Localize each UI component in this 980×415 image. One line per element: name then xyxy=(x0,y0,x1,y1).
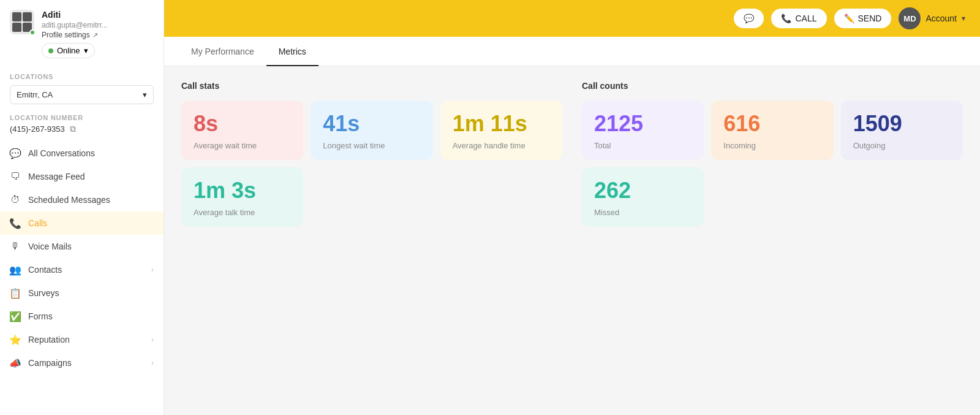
profile-info: Aditi aditi.gupta@emitrr... Profile sett… xyxy=(42,10,108,58)
nav-label-surveys: Surveys xyxy=(28,288,59,298)
forms-icon: ✅ xyxy=(10,311,21,322)
nav-label-forms: Forms xyxy=(28,311,53,321)
call-label: CALL xyxy=(795,13,816,23)
call-counts-bottom-row: 262 Missed xyxy=(582,167,963,227)
nav-label-campaigns: Campaigns xyxy=(28,358,72,368)
incoming-value: 616 xyxy=(723,113,760,135)
campaigns-icon: 📣 xyxy=(10,357,21,368)
chat-icon: 💬 xyxy=(744,13,754,23)
sidebar-item-reputation[interactable]: ⭐ Reputation › xyxy=(0,328,164,351)
main-panel: 💬 📞 CALL ✏️ SEND MD Account ▾ My Perform… xyxy=(164,0,980,415)
nav-label-voice-mails: Voice Mails xyxy=(28,242,72,251)
avg-wait-value: 8s xyxy=(194,113,218,135)
chevron-icon: › xyxy=(151,335,154,344)
chevron-down-icon: ▾ xyxy=(84,46,88,55)
missed-value: 262 xyxy=(594,180,631,202)
chevron-icon: › xyxy=(151,265,154,274)
call-stats-title: Call stats xyxy=(181,81,562,91)
contacts-icon: 👥 xyxy=(10,264,21,275)
profile-name: Aditi xyxy=(42,10,108,20)
sidebar-item-all-conversations[interactable]: 💬 All Conversations xyxy=(0,142,164,165)
incoming-count-card: 616 Incoming xyxy=(711,101,833,160)
send-icon: ✏️ xyxy=(844,13,854,23)
message-feed-icon: 🗨 xyxy=(10,171,21,182)
tab-metrics[interactable]: Metrics xyxy=(266,37,318,66)
total-count-card: 2125 Total xyxy=(582,101,704,160)
sidebar-item-scheduled-messages[interactable]: ⏱ Scheduled Messages xyxy=(0,188,164,211)
locations-label: LOCATIONS xyxy=(0,66,164,83)
sidebar-item-calls[interactable]: 📞 Calls xyxy=(0,211,164,235)
nav-label-all-conversations: All Conversations xyxy=(28,148,95,158)
call-stats-bottom-row: 1m 3s Average talk time xyxy=(181,167,562,227)
profile-email: aditi.gupta@emitrr... xyxy=(42,21,108,29)
chevron-icon: › xyxy=(151,359,154,367)
outgoing-value: 1509 xyxy=(853,113,902,135)
sidebar-item-campaigns[interactable]: 📣 Campaigns › xyxy=(0,351,164,375)
location-select-wrapper: Emitrr, CA ▾ xyxy=(0,83,164,112)
account-chevron-icon: ▾ xyxy=(962,14,965,23)
send-label: SEND xyxy=(858,13,882,23)
sidebar-item-contacts[interactable]: 👥 Contacts › xyxy=(0,258,164,281)
all-conversations-icon: 💬 xyxy=(10,148,21,159)
location-number-label: LOCATION NUMBER xyxy=(10,114,154,121)
call-stats-col: Call stats 8s Average wait time 41s Long… xyxy=(181,81,562,234)
profile-settings-link[interactable]: Profile settings ↗ xyxy=(42,31,108,39)
incoming-label: Incoming xyxy=(723,141,756,150)
call-counts-col: Call counts 2125 Total 616 Incoming 1509 xyxy=(582,81,963,234)
longest-wait-value: 41s xyxy=(323,113,360,135)
voice-mails-icon: 🎙 xyxy=(10,241,21,252)
nav-label-calls: Calls xyxy=(28,218,47,228)
avg-handle-label: Average handle time xyxy=(453,141,526,150)
missed-label: Missed xyxy=(594,208,619,217)
scheduled-messages-icon: ⏱ xyxy=(10,194,21,205)
content-area: My Performance Metrics Call stats 8s Ave… xyxy=(164,37,980,415)
header: 💬 📞 CALL ✏️ SEND MD Account ▾ xyxy=(164,0,980,37)
missed-count-card: 262 Missed xyxy=(582,167,704,227)
outgoing-count-card: 1509 Outgoing xyxy=(841,101,963,160)
avg-talk-card: 1m 3s Average talk time xyxy=(181,167,303,227)
call-counts-top-row: 2125 Total 616 Incoming 1509 Outgoing xyxy=(582,101,963,160)
avg-talk-label: Average talk time xyxy=(194,208,255,217)
call-counts-title: Call counts xyxy=(582,81,963,91)
external-link-icon: ↗ xyxy=(92,31,98,39)
avg-wait-label: Average wait time xyxy=(194,141,257,150)
nav-label-message-feed: Message Feed xyxy=(28,172,85,181)
stats-row: Call stats 8s Average wait time 41s Long… xyxy=(181,81,963,234)
sidebar-item-surveys[interactable]: 📋 Surveys xyxy=(0,281,164,305)
call-button[interactable]: 📞 CALL xyxy=(771,9,826,28)
online-status-badge[interactable]: Online ▾ xyxy=(42,43,95,58)
calls-icon: 📞 xyxy=(10,218,21,229)
profile-section: Aditi aditi.gupta@emitrr... Profile sett… xyxy=(0,0,164,66)
account-menu[interactable]: MD Account ▾ xyxy=(899,7,965,29)
avg-handle-card: 1m 11s Average handle time xyxy=(440,101,562,160)
location-select[interactable]: Emitrr, CA ▾ xyxy=(10,85,154,104)
sidebar-item-forms[interactable]: ✅ Forms xyxy=(0,305,164,328)
sidebar-item-voice-mails[interactable]: 🎙 Voice Mails xyxy=(0,235,164,258)
total-label: Total xyxy=(594,141,611,150)
green-dot-icon xyxy=(48,48,53,53)
location-number: (415)-267-9353 xyxy=(10,124,65,134)
nav-label-contacts: Contacts xyxy=(28,265,62,275)
location-number-row: (415)-267-9353 ⧉ xyxy=(10,124,154,134)
surveys-icon: 📋 xyxy=(10,287,21,299)
longest-wait-label: Longest wait time xyxy=(323,141,385,150)
copy-icon[interactable]: ⧉ xyxy=(70,124,76,134)
longest-wait-card: 41s Longest wait time xyxy=(311,101,432,160)
online-label: Online xyxy=(57,46,80,55)
send-button[interactable]: ✏️ SEND xyxy=(834,9,892,28)
stats-container: Call stats 8s Average wait time 41s Long… xyxy=(164,66,980,249)
nav-menu: 💬 All Conversations 🗨 Message Feed ⏱ Sch… xyxy=(0,139,164,377)
online-status-dot xyxy=(29,29,36,36)
reputation-icon: ⭐ xyxy=(10,334,21,345)
outgoing-label: Outgoing xyxy=(853,141,886,150)
avatar xyxy=(10,10,34,34)
chat-button[interactable]: 💬 xyxy=(734,9,764,28)
nav-label-reputation: Reputation xyxy=(28,335,70,345)
account-avatar: MD xyxy=(899,7,921,29)
tab-my-performance[interactable]: My Performance xyxy=(179,37,266,66)
sidebar-item-message-feed[interactable]: 🗨 Message Feed xyxy=(0,165,164,188)
location-number-section: LOCATION NUMBER (415)-267-9353 ⧉ xyxy=(0,112,164,139)
avg-handle-value: 1m 11s xyxy=(453,113,527,135)
dropdown-chevron-icon: ▾ xyxy=(143,90,147,99)
sidebar: Aditi aditi.gupta@emitrr... Profile sett… xyxy=(0,0,164,415)
